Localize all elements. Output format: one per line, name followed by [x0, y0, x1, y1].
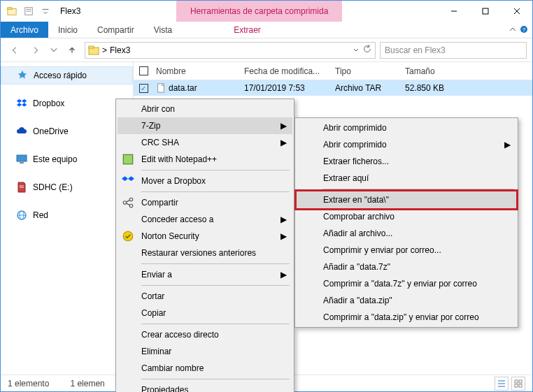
refresh-icon[interactable]: [362, 44, 372, 57]
notepadpp-icon: [122, 153, 134, 166]
submenu-arrow-icon: ▶: [280, 215, 287, 224]
select-all-checkbox[interactable]: [139, 66, 148, 75]
column-type[interactable]: Tipo: [335, 66, 405, 76]
close-button[interactable]: [501, 1, 532, 22]
nav-up-button[interactable]: [64, 42, 80, 59]
ribbon-context-label: Herramientas de carpeta comprimida: [176, 1, 342, 22]
sd-card-icon: SD: [16, 182, 27, 193]
window-icon[interactable]: [4, 3, 20, 19]
menu-send-to[interactable]: Enviar a▶: [118, 266, 292, 283]
sidebar-item-label: SDHC (E:): [33, 182, 73, 192]
menu-compress-7z-email[interactable]: Comprimir a "data.7z" y enviar por corre…: [297, 275, 516, 292]
submenu-arrow-icon: ▶: [280, 138, 287, 147]
view-details-button[interactable]: [495, 377, 509, 391]
menu-test-archive[interactable]: Comprobar archivo: [297, 208, 516, 225]
star-icon: [17, 70, 28, 81]
qat-dropdown-icon[interactable]: [38, 3, 53, 19]
nav-history-button[interactable]: [48, 42, 59, 59]
minimize-button[interactable]: [438, 1, 469, 22]
row-checkbox[interactable]: ✓: [139, 84, 148, 93]
menu-properties[interactable]: Propiedades: [118, 382, 292, 392]
submenu-arrow-icon: ▶: [280, 121, 287, 131]
svg-rect-26: [515, 384, 518, 387]
column-name[interactable]: Nombre: [153, 66, 244, 76]
help-icon[interactable]: ?: [520, 24, 528, 36]
nav-back-button[interactable]: [6, 42, 23, 59]
menu-create-shortcut[interactable]: Crear acceso directo: [118, 326, 292, 343]
menu-compress-email[interactable]: Comprimir y enviar por correo...: [297, 242, 516, 259]
ribbon-tab-share[interactable]: Compartir: [87, 22, 144, 38]
menu-share[interactable]: Compartir: [118, 194, 292, 211]
dropbox-icon: [16, 98, 27, 109]
menu-open-with[interactable]: Abrir con: [118, 101, 292, 117]
ribbon-expand-icon[interactable]: [509, 24, 517, 36]
sidebar-item-onedrive[interactable]: OneDrive: [1, 122, 133, 140]
svg-rect-15: [20, 162, 24, 164]
menu-edit-notepadpp[interactable]: Edit with Notepad++: [118, 151, 292, 168]
sidebar-item-quick-access[interactable]: Acceso rápido: [1, 66, 133, 85]
ribbon-tab-extract[interactable]: Extraer: [224, 22, 271, 38]
menu-copy[interactable]: Copiar: [118, 305, 292, 321]
menu-rename[interactable]: Cambiar nombre: [118, 360, 292, 377]
menu-delete[interactable]: Eliminar: [118, 343, 292, 360]
svg-rect-27: [519, 384, 522, 387]
maximize-button[interactable]: [469, 1, 501, 22]
menu-grant-access[interactable]: Conceder acceso a▶: [118, 211, 292, 228]
column-size[interactable]: Tamaño: [405, 66, 461, 76]
address-bar: > Flex3 Buscar en Flex3: [1, 38, 532, 62]
norton-icon: [122, 230, 134, 242]
context-menu-main: Abrir con 7-Zip▶ CRC SHA▶ Edit with Note…: [115, 99, 294, 392]
svg-rect-7: [483, 8, 488, 14]
file-row[interactable]: ✓ data.tar 17/01/2019 7:53 Archivo TAR 5…: [134, 80, 532, 96]
breadcrumb-caret[interactable]: >: [102, 45, 107, 55]
search-input[interactable]: Buscar en Flex3: [380, 42, 527, 59]
sidebar-item-label: Este equipo: [33, 154, 77, 164]
sidebar-item-network[interactable]: Red: [1, 206, 133, 224]
onedrive-icon: [16, 126, 27, 137]
explorer-window: Flex3 Herramientas de carpeta comprimida…: [0, 0, 533, 392]
svg-point-30: [129, 198, 133, 201]
status-count: 1 elemento: [8, 379, 49, 389]
svg-line-32: [127, 201, 130, 202]
menu-extract-files[interactable]: Extraer ficheros...: [297, 153, 516, 170]
menu-open-archive-2[interactable]: Abrir comprimido▶: [297, 136, 516, 153]
menu-norton[interactable]: Norton Security▶: [118, 228, 292, 245]
menu-move-dropbox[interactable]: Mover a Dropbox: [118, 173, 292, 189]
sidebar-item-sdhc[interactable]: SD SDHC (E:): [1, 178, 133, 196]
titlebar-left: Flex3: [1, 1, 80, 22]
menu-7zip[interactable]: 7-Zip▶: [118, 117, 292, 134]
nav-forward-button[interactable]: [27, 42, 44, 59]
menu-extract-to-folder[interactable]: Extraer en "data\": [297, 191, 516, 208]
menu-restore-versions[interactable]: Restaurar versiones anteriores: [118, 245, 292, 261]
menu-add-zip[interactable]: Añadir a "data.zip": [297, 292, 516, 309]
breadcrumb-item[interactable]: Flex3: [110, 45, 130, 55]
svg-rect-1: [8, 8, 12, 10]
qat-properties-icon[interactable]: [21, 3, 36, 19]
menu-open-archive-1[interactable]: Abrir comprimido: [297, 119, 516, 136]
menu-crc-sha[interactable]: CRC SHA▶: [118, 134, 292, 151]
menu-cut[interactable]: Cortar: [118, 288, 292, 305]
monitor-icon: [16, 154, 27, 165]
status-selected: 1 elemen: [70, 379, 104, 389]
ribbon-tab-file[interactable]: Archivo: [1, 22, 48, 38]
submenu-arrow-icon: ▶: [280, 270, 287, 280]
file-icon: [156, 83, 166, 93]
menu-compress-zip-email[interactable]: Comprimir a "data.zip" y enviar por corr…: [297, 309, 516, 326]
menu-add-archive[interactable]: Añadir al archivo...: [297, 225, 516, 242]
ribbon-tab-view[interactable]: Vista: [144, 22, 182, 38]
titlebar: Flex3 Herramientas de carpeta comprimida: [1, 1, 532, 22]
sidebar-item-dropbox[interactable]: Dropbox: [1, 94, 133, 112]
network-icon: [16, 210, 27, 221]
window-title: Flex3: [60, 6, 80, 16]
sidebar-item-this-pc[interactable]: Este equipo: [1, 150, 133, 168]
view-icons-button[interactable]: [511, 377, 525, 391]
menu-add-7z[interactable]: Añadir a "data.7z": [297, 259, 516, 275]
column-date[interactable]: Fecha de modifica...: [244, 66, 335, 76]
menu-extract-here[interactable]: Extraer aquí: [297, 170, 516, 187]
address-field[interactable]: > Flex3: [85, 42, 376, 59]
address-dropdown-icon[interactable]: [353, 44, 360, 57]
folder-icon: [88, 45, 99, 56]
file-name: data.tar: [169, 83, 197, 93]
svg-rect-14: [17, 155, 27, 161]
ribbon-tab-home[interactable]: Inicio: [48, 22, 87, 38]
